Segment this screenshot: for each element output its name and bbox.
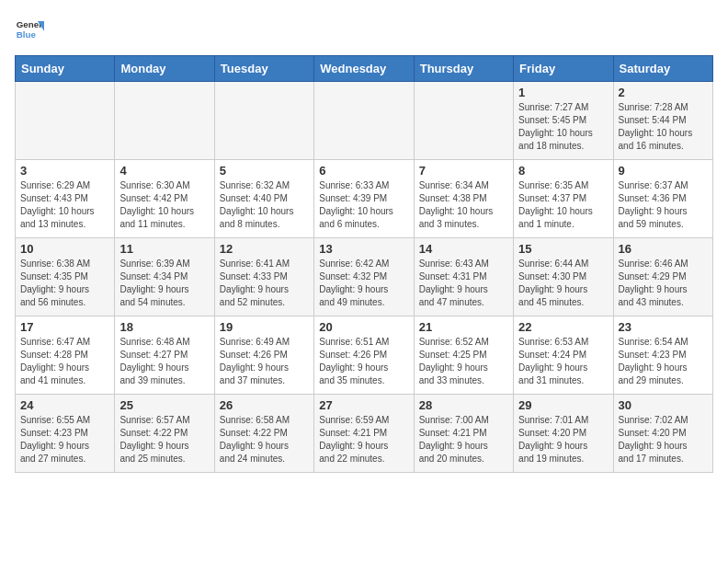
- calendar-cell: 8Sunrise: 6:35 AM Sunset: 4:37 PM Daylig…: [514, 160, 613, 238]
- calendar-cell: 22Sunrise: 6:53 AM Sunset: 4:24 PM Dayli…: [514, 316, 613, 395]
- day-number: 9: [619, 164, 708, 178]
- day-info: Sunrise: 6:53 AM Sunset: 4:24 PM Dayligh…: [518, 336, 608, 387]
- calendar-cell: 27Sunrise: 6:59 AM Sunset: 4:21 PM Dayli…: [314, 395, 414, 473]
- day-number: 24: [20, 398, 109, 412]
- day-info: Sunrise: 6:39 AM Sunset: 4:34 PM Dayligh…: [119, 258, 209, 309]
- day-number: 18: [119, 320, 209, 334]
- calendar-cell: 12Sunrise: 6:41 AM Sunset: 4:33 PM Dayli…: [214, 238, 313, 316]
- page-header: General Blue: [15, 15, 713, 44]
- calendar-cell: 3Sunrise: 6:29 AM Sunset: 4:43 PM Daylig…: [16, 160, 115, 238]
- calendar-cell: 23Sunrise: 6:54 AM Sunset: 4:23 PM Dayli…: [613, 316, 712, 395]
- calendar-cell: 26Sunrise: 6:58 AM Sunset: 4:22 PM Dayli…: [214, 395, 313, 473]
- calendar-cell: 28Sunrise: 7:00 AM Sunset: 4:21 PM Dayli…: [414, 395, 513, 473]
- day-info: Sunrise: 6:38 AM Sunset: 4:35 PM Dayligh…: [20, 258, 109, 309]
- calendar-week-1: 1Sunrise: 7:27 AM Sunset: 5:45 PM Daylig…: [16, 82, 713, 160]
- day-number: 29: [518, 398, 608, 412]
- calendar-cell: 9Sunrise: 6:37 AM Sunset: 4:36 PM Daylig…: [613, 160, 712, 238]
- logo-icon: General Blue: [15, 15, 44, 44]
- day-number: 3: [20, 164, 109, 178]
- day-number: 23: [619, 320, 708, 334]
- calendar-cell: [115, 82, 214, 160]
- calendar-cell: 6Sunrise: 6:33 AM Sunset: 4:39 PM Daylig…: [314, 160, 414, 238]
- calendar-cell: [214, 82, 313, 160]
- calendar-cell: 20Sunrise: 6:51 AM Sunset: 4:26 PM Dayli…: [314, 316, 414, 395]
- calendar-week-3: 10Sunrise: 6:38 AM Sunset: 4:35 PM Dayli…: [16, 238, 713, 316]
- weekday-header-saturday: Saturday: [613, 56, 712, 82]
- calendar-week-5: 24Sunrise: 6:55 AM Sunset: 4:23 PM Dayli…: [16, 395, 713, 473]
- day-number: 10: [20, 242, 109, 256]
- day-info: Sunrise: 6:35 AM Sunset: 4:37 PM Dayligh…: [518, 179, 608, 231]
- weekday-header-row: SundayMondayTuesdayWednesdayThursdayFrid…: [16, 56, 713, 82]
- calendar-cell: 13Sunrise: 6:42 AM Sunset: 4:32 PM Dayli…: [314, 238, 414, 316]
- day-info: Sunrise: 6:44 AM Sunset: 4:30 PM Dayligh…: [518, 258, 608, 309]
- day-info: Sunrise: 7:02 AM Sunset: 4:20 PM Dayligh…: [619, 414, 708, 465]
- day-info: Sunrise: 6:52 AM Sunset: 4:25 PM Dayligh…: [419, 336, 508, 387]
- day-info: Sunrise: 6:32 AM Sunset: 4:40 PM Dayligh…: [220, 179, 309, 231]
- day-number: 8: [518, 164, 608, 178]
- calendar-cell: 15Sunrise: 6:44 AM Sunset: 4:30 PM Dayli…: [514, 238, 613, 316]
- day-info: Sunrise: 6:34 AM Sunset: 4:38 PM Dayligh…: [419, 179, 508, 231]
- calendar-cell: 19Sunrise: 6:49 AM Sunset: 4:26 PM Dayli…: [214, 316, 313, 395]
- calendar-cell: 24Sunrise: 6:55 AM Sunset: 4:23 PM Dayli…: [16, 395, 115, 473]
- day-number: 6: [319, 164, 408, 178]
- calendar-cell: 10Sunrise: 6:38 AM Sunset: 4:35 PM Dayli…: [16, 238, 115, 316]
- day-info: Sunrise: 6:47 AM Sunset: 4:28 PM Dayligh…: [20, 336, 109, 387]
- weekday-header-tuesday: Tuesday: [214, 56, 313, 82]
- day-number: 20: [319, 320, 408, 334]
- day-info: Sunrise: 6:58 AM Sunset: 4:22 PM Dayligh…: [220, 414, 309, 465]
- calendar-cell: 11Sunrise: 6:39 AM Sunset: 4:34 PM Dayli…: [115, 238, 214, 316]
- logo: General Blue: [15, 15, 44, 44]
- calendar-body: 1Sunrise: 7:27 AM Sunset: 5:45 PM Daylig…: [16, 82, 713, 473]
- day-info: Sunrise: 6:42 AM Sunset: 4:32 PM Dayligh…: [319, 258, 408, 309]
- day-number: 12: [220, 242, 309, 256]
- day-info: Sunrise: 6:30 AM Sunset: 4:42 PM Dayligh…: [119, 179, 209, 231]
- calendar-cell: 4Sunrise: 6:30 AM Sunset: 4:42 PM Daylig…: [115, 160, 214, 238]
- calendar-cell: 18Sunrise: 6:48 AM Sunset: 4:27 PM Dayli…: [115, 316, 214, 395]
- day-number: 15: [518, 242, 608, 256]
- day-info: Sunrise: 6:57 AM Sunset: 4:22 PM Dayligh…: [119, 414, 209, 465]
- day-info: Sunrise: 6:46 AM Sunset: 4:29 PM Dayligh…: [619, 258, 708, 309]
- calendar-cell: 17Sunrise: 6:47 AM Sunset: 4:28 PM Dayli…: [16, 316, 115, 395]
- weekday-header-wednesday: Wednesday: [314, 56, 414, 82]
- day-info: Sunrise: 6:49 AM Sunset: 4:26 PM Dayligh…: [220, 336, 309, 387]
- day-info: Sunrise: 6:29 AM Sunset: 4:43 PM Dayligh…: [20, 179, 109, 231]
- calendar-cell: 29Sunrise: 7:01 AM Sunset: 4:20 PM Dayli…: [514, 395, 613, 473]
- day-number: 14: [419, 242, 508, 256]
- svg-text:Blue: Blue: [17, 29, 37, 40]
- day-info: Sunrise: 6:51 AM Sunset: 4:26 PM Dayligh…: [319, 336, 408, 387]
- calendar-cell: 7Sunrise: 6:34 AM Sunset: 4:38 PM Daylig…: [414, 160, 513, 238]
- weekday-header-sunday: Sunday: [16, 56, 115, 82]
- day-info: Sunrise: 6:48 AM Sunset: 4:27 PM Dayligh…: [119, 336, 209, 387]
- calendar-week-4: 17Sunrise: 6:47 AM Sunset: 4:28 PM Dayli…: [16, 316, 713, 395]
- day-info: Sunrise: 7:00 AM Sunset: 4:21 PM Dayligh…: [419, 414, 508, 465]
- day-info: Sunrise: 6:41 AM Sunset: 4:33 PM Dayligh…: [220, 258, 309, 309]
- day-number: 7: [419, 164, 508, 178]
- day-info: Sunrise: 7:01 AM Sunset: 4:20 PM Dayligh…: [518, 414, 608, 465]
- calendar-table: SundayMondayTuesdayWednesdayThursdayFrid…: [15, 55, 713, 473]
- day-info: Sunrise: 6:37 AM Sunset: 4:36 PM Dayligh…: [619, 179, 708, 231]
- day-number: 27: [319, 398, 408, 412]
- day-number: 5: [220, 164, 309, 178]
- day-number: 16: [619, 242, 708, 256]
- day-number: 1: [518, 86, 608, 99]
- day-number: 11: [119, 242, 209, 256]
- weekday-header-monday: Monday: [115, 56, 214, 82]
- day-number: 22: [518, 320, 608, 334]
- calendar-week-2: 3Sunrise: 6:29 AM Sunset: 4:43 PM Daylig…: [16, 160, 713, 238]
- calendar-cell: 14Sunrise: 6:43 AM Sunset: 4:31 PM Dayli…: [414, 238, 513, 316]
- weekday-header-thursday: Thursday: [414, 56, 513, 82]
- day-info: Sunrise: 6:33 AM Sunset: 4:39 PM Dayligh…: [319, 179, 408, 231]
- day-info: Sunrise: 7:27 AM Sunset: 5:45 PM Dayligh…: [518, 101, 608, 153]
- calendar-cell: 21Sunrise: 6:52 AM Sunset: 4:25 PM Dayli…: [414, 316, 513, 395]
- calendar-cell: [16, 82, 115, 160]
- day-info: Sunrise: 6:54 AM Sunset: 4:23 PM Dayligh…: [619, 336, 708, 387]
- day-number: 21: [419, 320, 508, 334]
- day-info: Sunrise: 6:59 AM Sunset: 4:21 PM Dayligh…: [319, 414, 408, 465]
- calendar-cell: 2Sunrise: 7:28 AM Sunset: 5:44 PM Daylig…: [613, 82, 712, 160]
- day-info: Sunrise: 6:43 AM Sunset: 4:31 PM Dayligh…: [419, 258, 508, 309]
- weekday-header-friday: Friday: [514, 56, 613, 82]
- day-number: 2: [619, 86, 708, 99]
- day-number: 30: [619, 398, 708, 412]
- calendar-cell: [314, 82, 414, 160]
- day-number: 25: [119, 398, 209, 412]
